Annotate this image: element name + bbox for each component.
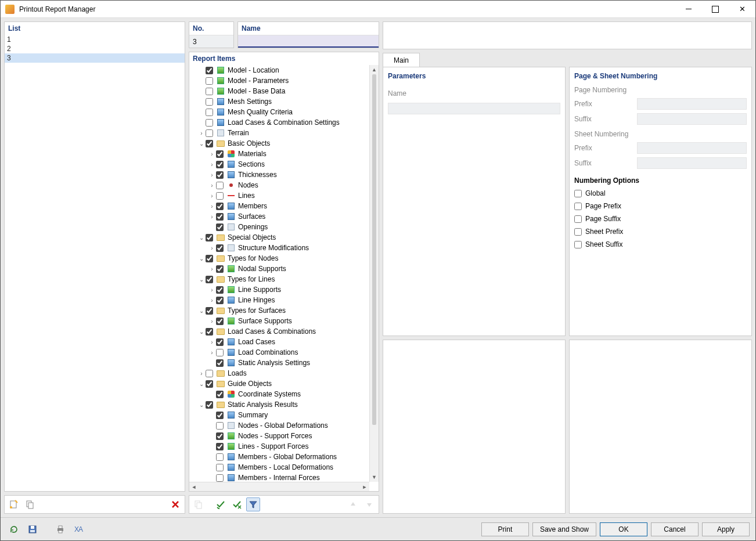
tree-row[interactable]: Openings (189, 222, 369, 232)
tree-checkbox[interactable] (216, 422, 224, 430)
tree-checkbox[interactable] (216, 223, 224, 231)
tree-row[interactable]: ›Load Cases (189, 337, 369, 347)
tree-checkbox[interactable] (216, 203, 224, 210)
tree-row[interactable]: ›Line Hinges (189, 295, 369, 305)
scroll-left-icon[interactable]: ◄ (189, 482, 199, 491)
tree-row[interactable]: Model - Parameters (189, 75, 369, 86)
maximize-button[interactable] (702, 1, 729, 18)
tree-checkbox[interactable] (206, 129, 213, 137)
expand-arrow-icon[interactable]: › (208, 318, 216, 324)
check-all-button[interactable] (214, 497, 228, 511)
tree-checkbox[interactable] (216, 171, 224, 179)
tree-checkbox[interactable] (216, 464, 224, 471)
filter-button[interactable] (246, 497, 260, 511)
tree-checkbox[interactable] (206, 276, 213, 283)
tree-checkbox[interactable] (206, 401, 213, 409)
expand-arrow-icon[interactable]: › (208, 297, 216, 304)
tree-row[interactable]: Mesh Quality Criteria (189, 107, 369, 117)
tree-checkbox[interactable] (216, 192, 224, 200)
expand-arrow-icon[interactable]: › (208, 349, 216, 356)
uncheck-all-button[interactable] (230, 497, 244, 511)
tree-row[interactable]: ›Surface Supports (189, 316, 369, 326)
tree-checkbox[interactable] (216, 412, 224, 419)
tree-row[interactable]: ›Line Supports (189, 284, 369, 295)
tree-row[interactable]: Lines - Support Forces (189, 441, 369, 452)
tree-row[interactable]: Model - Location (189, 65, 369, 75)
tree-row[interactable]: ⌄Types for Surfaces (189, 305, 369, 316)
tree-row[interactable]: ›Lines (189, 190, 369, 201)
opt-sheet-suffix[interactable]: Sheet Suffix (574, 238, 747, 251)
list-item[interactable]: 1 (5, 35, 185, 44)
tree-row[interactable]: Mesh Settings (189, 96, 369, 107)
tree-checkbox[interactable] (206, 67, 213, 74)
list-item[interactable]: 3 (5, 53, 185, 63)
expand-arrow-icon[interactable]: › (208, 172, 216, 178)
page-prefix-input[interactable] (637, 98, 747, 110)
tree-row[interactable]: ›Load Combinations (189, 347, 369, 358)
page-suffix-input[interactable] (637, 113, 747, 125)
scroll-up-icon[interactable]: ▲ (370, 65, 379, 74)
tree-checkbox[interactable] (206, 370, 213, 377)
tree-checkbox[interactable] (216, 453, 224, 461)
tree-row[interactable]: ›Materials (189, 149, 369, 159)
expand-arrow-icon[interactable]: ⌄ (197, 402, 206, 408)
print-icon[interactable] (53, 522, 68, 537)
close-button[interactable] (729, 1, 755, 18)
tree-row[interactable]: Members - Global Deformations (189, 452, 369, 462)
cancel-button[interactable]: Cancel (651, 522, 699, 536)
tree-checkbox[interactable] (206, 380, 213, 388)
opt-sheet-prefix[interactable]: Sheet Prefix (574, 225, 747, 238)
expand-arrow-icon[interactable]: › (208, 161, 216, 168)
param-name-input[interactable] (388, 103, 560, 114)
report-name-input[interactable] (238, 35, 379, 48)
tree-row[interactable]: Summary (189, 410, 369, 420)
expand-arrow-icon[interactable]: › (197, 130, 206, 136)
tree-checkbox[interactable] (206, 109, 213, 116)
tree-row[interactable]: ⌄Load Cases & Combinations (189, 326, 369, 337)
tree-checkbox[interactable] (216, 244, 224, 252)
expand-arrow-icon[interactable]: › (208, 203, 216, 210)
tree-checkbox[interactable] (206, 119, 213, 127)
tree-checkbox[interactable] (216, 182, 224, 189)
tree-checkbox[interactable] (206, 234, 213, 241)
new-report-button[interactable] (7, 497, 21, 511)
tree-checkbox[interactable] (216, 265, 224, 273)
scroll-down-icon[interactable]: ▼ (370, 473, 379, 482)
apply-button[interactable]: Apply (702, 522, 750, 536)
expand-arrow-icon[interactable]: ⌄ (197, 381, 206, 387)
tree-checkbox[interactable] (216, 161, 224, 168)
expand-arrow-icon[interactable]: › (208, 245, 216, 251)
opt-global[interactable]: Global (574, 187, 747, 200)
list-item[interactable]: 2 (5, 44, 185, 53)
tree-row[interactable]: Nodes - Global Deformations (189, 420, 369, 431)
tree-row[interactable]: ›Loads (189, 368, 369, 378)
tree-checkbox[interactable] (206, 307, 213, 315)
tree-row[interactable]: Members - Local Deformations (189, 462, 369, 473)
vertical-scrollbar[interactable]: ▲ ▼ (369, 65, 379, 482)
tree-row[interactable]: ⌄Guide Objects (189, 378, 369, 389)
tree-row[interactable]: ⌄Types for Lines (189, 274, 369, 284)
print-button[interactable]: Print (481, 522, 529, 536)
sheet-prefix-input[interactable] (637, 142, 747, 154)
expand-arrow-icon[interactable]: › (208, 182, 216, 189)
tree-row[interactable]: ⌄Basic Objects (189, 138, 369, 149)
ok-button[interactable]: OK (600, 522, 647, 536)
tree-checkbox[interactable] (216, 391, 224, 398)
tree-row[interactable]: Load Cases & Combination Settings (189, 117, 369, 128)
tree-checkbox[interactable] (206, 328, 213, 336)
minimize-button[interactable] (675, 1, 702, 18)
copy-report-button[interactable] (23, 497, 37, 511)
tree-checkbox[interactable] (216, 443, 224, 450)
tree-row[interactable]: ›Thicknesses (189, 169, 369, 180)
tree-checkbox[interactable] (216, 213, 224, 221)
expand-arrow-icon[interactable]: ⌄ (197, 255, 206, 262)
tree-checkbox[interactable] (216, 474, 224, 482)
tree-row[interactable]: ⌄Static Analysis Results (189, 399, 369, 410)
tree-row[interactable]: ›Nodal Supports (189, 264, 369, 274)
expand-arrow-icon[interactable]: › (208, 339, 216, 345)
tree-checkbox[interactable] (216, 432, 224, 440)
tree-checkbox[interactable] (206, 88, 213, 95)
refresh-icon[interactable] (6, 522, 21, 537)
tree-checkbox[interactable] (206, 140, 213, 147)
scroll-right-icon[interactable]: ► (360, 482, 369, 491)
